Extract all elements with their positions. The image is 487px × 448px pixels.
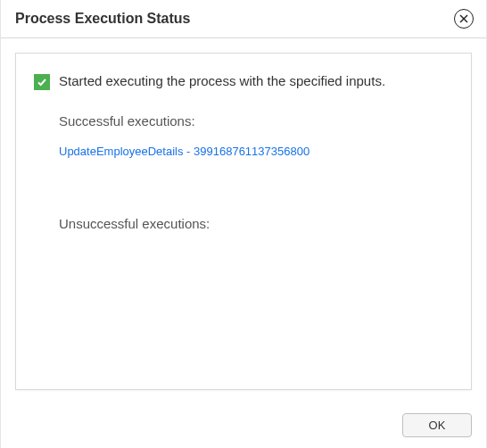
dialog-footer: OK bbox=[1, 404, 486, 448]
dialog-content: Started executing the process with the s… bbox=[1, 38, 486, 404]
dialog-title: Process Execution Status bbox=[15, 11, 191, 27]
dialog-titlebar: Process Execution Status bbox=[1, 0, 486, 38]
close-icon bbox=[459, 14, 468, 23]
status-row: Started executing the process with the s… bbox=[34, 73, 453, 90]
status-panel: Started executing the process with the s… bbox=[15, 53, 472, 390]
close-button[interactable] bbox=[454, 9, 474, 29]
status-message: Started executing the process with the s… bbox=[59, 73, 385, 88]
success-check-icon bbox=[34, 74, 50, 90]
successful-executions-label: Successful executions: bbox=[59, 113, 453, 129]
execution-link[interactable]: UpdateEmployeeDetails - 3991687611373568… bbox=[59, 145, 310, 158]
unsuccessful-executions-label: Unsuccessful executions: bbox=[59, 216, 453, 231]
process-execution-dialog: Process Execution Status Started executi… bbox=[0, 0, 487, 448]
ok-button[interactable]: OK bbox=[402, 413, 472, 437]
